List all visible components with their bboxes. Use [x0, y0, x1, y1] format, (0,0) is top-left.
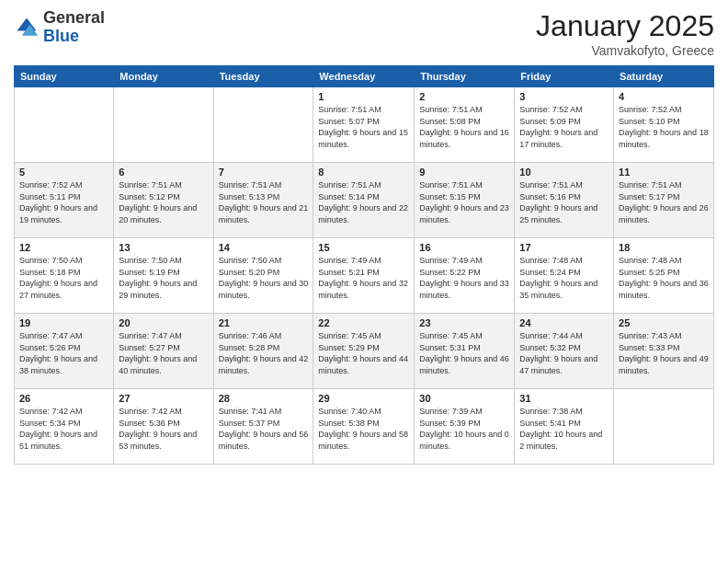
- title-block: January 2025 Vamvakofyto, Greece: [536, 9, 714, 58]
- header-tuesday: Tuesday: [213, 66, 313, 87]
- day-info-9: Sunrise: 7:51 AMSunset: 5:15 PMDaylight:…: [419, 179, 509, 225]
- day-info-5: Sunrise: 7:52 AMSunset: 5:11 PMDaylight:…: [19, 179, 108, 225]
- day-number-7: 7: [219, 167, 309, 178]
- week-row-3: 19Sunrise: 7:47 AMSunset: 5:26 PMDayligh…: [15, 314, 714, 389]
- cell-4-2: 28Sunrise: 7:41 AMSunset: 5:37 PMDayligh…: [213, 389, 313, 465]
- day-info-2: Sunrise: 7:51 AMSunset: 5:08 PMDaylight:…: [419, 104, 509, 150]
- day-number-31: 31: [519, 393, 609, 404]
- day-info-26: Sunrise: 7:42 AMSunset: 5:34 PMDaylight:…: [19, 406, 108, 452]
- cell-4-6: [614, 389, 714, 465]
- day-info-16: Sunrise: 7:49 AMSunset: 5:22 PMDaylight:…: [419, 255, 509, 301]
- day-number-20: 20: [119, 317, 208, 328]
- day-number-8: 8: [318, 167, 409, 178]
- header-monday: Monday: [114, 66, 213, 87]
- day-info-19: Sunrise: 7:47 AMSunset: 5:26 PMDaylight:…: [19, 330, 108, 376]
- cell-4-0: 26Sunrise: 7:42 AMSunset: 5:34 PMDayligh…: [15, 389, 114, 465]
- cell-0-3: 1Sunrise: 7:51 AMSunset: 5:07 PMDaylight…: [313, 87, 415, 163]
- day-number-16: 16: [419, 242, 509, 253]
- day-info-25: Sunrise: 7:43 AMSunset: 5:33 PMDaylight:…: [619, 330, 709, 376]
- day-number-13: 13: [119, 242, 208, 253]
- cell-1-5: 10Sunrise: 7:51 AMSunset: 5:16 PMDayligh…: [515, 163, 614, 238]
- cell-0-5: 3Sunrise: 7:52 AMSunset: 5:09 PMDaylight…: [515, 87, 614, 163]
- day-number-11: 11: [619, 167, 709, 178]
- day-number-25: 25: [619, 317, 709, 328]
- header-thursday: Thursday: [415, 66, 515, 87]
- cell-1-2: 7Sunrise: 7:51 AMSunset: 5:13 PMDaylight…: [213, 163, 313, 238]
- cell-0-0: [15, 87, 114, 163]
- day-number-9: 9: [419, 167, 509, 178]
- day-number-19: 19: [19, 317, 108, 328]
- cell-1-3: 8Sunrise: 7:51 AMSunset: 5:14 PMDaylight…: [313, 163, 415, 238]
- week-row-0: 1Sunrise: 7:51 AMSunset: 5:07 PMDaylight…: [15, 87, 714, 163]
- day-info-20: Sunrise: 7:47 AMSunset: 5:27 PMDaylight:…: [119, 330, 208, 376]
- logo-icon: [14, 15, 40, 40]
- day-info-15: Sunrise: 7:49 AMSunset: 5:21 PMDaylight:…: [318, 255, 409, 301]
- cell-1-1: 6Sunrise: 7:51 AMSunset: 5:12 PMDaylight…: [114, 163, 213, 238]
- logo-blue: Blue: [43, 27, 79, 45]
- cell-3-4: 23Sunrise: 7:45 AMSunset: 5:31 PMDayligh…: [415, 314, 515, 389]
- day-info-27: Sunrise: 7:42 AMSunset: 5:36 PMDaylight:…: [119, 406, 208, 452]
- cell-4-3: 29Sunrise: 7:40 AMSunset: 5:38 PMDayligh…: [313, 389, 415, 465]
- day-number-18: 18: [619, 242, 709, 253]
- week-row-2: 12Sunrise: 7:50 AMSunset: 5:18 PMDayligh…: [15, 238, 714, 314]
- day-info-3: Sunrise: 7:52 AMSunset: 5:09 PMDaylight:…: [519, 104, 609, 150]
- cell-1-6: 11Sunrise: 7:51 AMSunset: 5:17 PMDayligh…: [614, 163, 714, 238]
- header: General Blue January 2025 Vamvakofyto, G…: [14, 9, 714, 58]
- day-info-21: Sunrise: 7:46 AMSunset: 5:28 PMDaylight:…: [219, 330, 309, 376]
- day-number-30: 30: [419, 393, 509, 404]
- day-number-5: 5: [19, 167, 108, 178]
- day-info-4: Sunrise: 7:52 AMSunset: 5:10 PMDaylight:…: [619, 104, 709, 150]
- cell-2-6: 18Sunrise: 7:48 AMSunset: 5:25 PMDayligh…: [614, 238, 714, 314]
- week-row-1: 5Sunrise: 7:52 AMSunset: 5:11 PMDaylight…: [15, 163, 714, 238]
- day-info-31: Sunrise: 7:38 AMSunset: 5:41 PMDaylight:…: [519, 406, 609, 452]
- logo-general: General: [43, 8, 105, 27]
- day-info-18: Sunrise: 7:48 AMSunset: 5:25 PMDaylight:…: [619, 255, 709, 301]
- header-wednesday: Wednesday: [313, 66, 415, 87]
- cell-2-5: 17Sunrise: 7:48 AMSunset: 5:24 PMDayligh…: [515, 238, 614, 314]
- day-info-30: Sunrise: 7:39 AMSunset: 5:39 PMDaylight:…: [419, 406, 509, 452]
- logo: General Blue: [14, 9, 105, 46]
- day-info-12: Sunrise: 7:50 AMSunset: 5:18 PMDaylight:…: [19, 255, 108, 301]
- cell-3-3: 22Sunrise: 7:45 AMSunset: 5:29 PMDayligh…: [313, 314, 415, 389]
- logo-text: General Blue: [43, 9, 105, 46]
- calendar-header: Sunday Monday Tuesday Wednesday Thursday…: [15, 66, 714, 87]
- cell-1-0: 5Sunrise: 7:52 AMSunset: 5:11 PMDaylight…: [15, 163, 114, 238]
- day-number-3: 3: [519, 91, 609, 102]
- day-number-12: 12: [19, 242, 108, 253]
- day-info-10: Sunrise: 7:51 AMSunset: 5:16 PMDaylight:…: [519, 179, 609, 225]
- page: General Blue January 2025 Vamvakofyto, G…: [0, 0, 728, 563]
- day-number-1: 1: [318, 91, 409, 102]
- day-number-21: 21: [219, 317, 309, 328]
- day-info-22: Sunrise: 7:45 AMSunset: 5:29 PMDaylight:…: [318, 330, 409, 376]
- cell-3-2: 21Sunrise: 7:46 AMSunset: 5:28 PMDayligh…: [213, 314, 313, 389]
- cell-2-4: 16Sunrise: 7:49 AMSunset: 5:22 PMDayligh…: [415, 238, 515, 314]
- calendar-body: 1Sunrise: 7:51 AMSunset: 5:07 PMDaylight…: [15, 87, 714, 465]
- cell-3-1: 20Sunrise: 7:47 AMSunset: 5:27 PMDayligh…: [114, 314, 213, 389]
- day-number-2: 2: [419, 91, 509, 102]
- day-info-24: Sunrise: 7:44 AMSunset: 5:32 PMDaylight:…: [519, 330, 609, 376]
- day-number-6: 6: [119, 167, 208, 178]
- cell-1-4: 9Sunrise: 7:51 AMSunset: 5:15 PMDaylight…: [415, 163, 515, 238]
- day-info-11: Sunrise: 7:51 AMSunset: 5:17 PMDaylight:…: [619, 179, 709, 225]
- cell-4-1: 27Sunrise: 7:42 AMSunset: 5:36 PMDayligh…: [114, 389, 213, 465]
- day-info-6: Sunrise: 7:51 AMSunset: 5:12 PMDaylight:…: [119, 179, 208, 225]
- cell-4-4: 30Sunrise: 7:39 AMSunset: 5:39 PMDayligh…: [415, 389, 515, 465]
- cell-2-1: 13Sunrise: 7:50 AMSunset: 5:19 PMDayligh…: [114, 238, 213, 314]
- cell-0-4: 2Sunrise: 7:51 AMSunset: 5:08 PMDaylight…: [415, 87, 515, 163]
- day-info-7: Sunrise: 7:51 AMSunset: 5:13 PMDaylight:…: [219, 179, 309, 225]
- day-number-26: 26: [19, 393, 108, 404]
- day-info-28: Sunrise: 7:41 AMSunset: 5:37 PMDaylight:…: [219, 406, 309, 452]
- cell-4-5: 31Sunrise: 7:38 AMSunset: 5:41 PMDayligh…: [515, 389, 614, 465]
- cell-0-1: [114, 87, 213, 163]
- day-number-24: 24: [519, 317, 609, 328]
- day-info-14: Sunrise: 7:50 AMSunset: 5:20 PMDaylight:…: [219, 255, 309, 301]
- month-title: January 2025: [536, 9, 714, 43]
- day-number-27: 27: [119, 393, 208, 404]
- cell-3-0: 19Sunrise: 7:47 AMSunset: 5:26 PMDayligh…: [15, 314, 114, 389]
- day-info-23: Sunrise: 7:45 AMSunset: 5:31 PMDaylight:…: [419, 330, 509, 376]
- day-number-4: 4: [619, 91, 709, 102]
- header-row: Sunday Monday Tuesday Wednesday Thursday…: [15, 66, 714, 87]
- day-number-17: 17: [519, 242, 609, 253]
- week-row-4: 26Sunrise: 7:42 AMSunset: 5:34 PMDayligh…: [15, 389, 714, 465]
- day-number-15: 15: [318, 242, 409, 253]
